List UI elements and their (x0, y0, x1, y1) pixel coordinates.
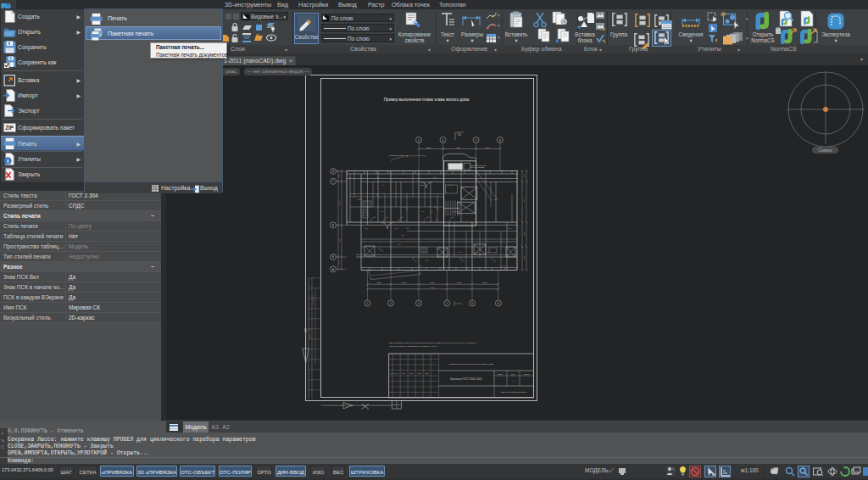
svg-text:750: 750 (376, 176, 379, 178)
svg-text:820: 820 (365, 227, 368, 229)
svg-text:5760: 5760 (338, 200, 340, 204)
svg-text:Изм: Изм (391, 372, 394, 374)
svg-text:экранов, которые оформлены на: экранов, которые оформлены на листах А3 … (389, 345, 437, 348)
svg-text:i: i (7, 158, 8, 165)
svg-text:Б: Б (332, 255, 334, 259)
svg-text:Север: Север (818, 148, 832, 153)
svg-text:1200: 1200 (448, 184, 452, 186)
svg-text:Листов: Листов (524, 373, 529, 375)
svg-text:Подп: Подп (418, 372, 421, 374)
svg-text:2750: 2750 (523, 255, 525, 260)
svg-text:3200: 3200 (377, 282, 382, 283)
svg-text:Подпись и дата: Подпись и дата (309, 327, 310, 339)
svg-text:1200: 1200 (475, 251, 478, 253)
svg-text:ООО Нанософт разработка: ООО Нанософт разработка (501, 391, 527, 393)
svg-text:4.080: 4.080 (455, 147, 460, 148)
svg-text:В: В (332, 224, 334, 227)
svg-text:1: 1 (512, 380, 514, 382)
svg-text:Данный файл позволяет продемон: Данный файл позволяет продемонстрировать… (389, 342, 476, 344)
svg-text:7: 7 (476, 139, 477, 142)
svg-text:820: 820 (381, 210, 383, 212)
svg-text:Кол.уч: Кол.уч (394, 372, 398, 374)
svg-text:8: 8 (498, 302, 499, 305)
svg-text:Пример выполнения плана этажа: Пример выполнения плана этажа жилого дом… (384, 98, 470, 102)
svg-text:Рамка для установки: Рамка для установки (470, 165, 487, 166)
svg-text:А: А (332, 268, 334, 271)
svg-text:3000: 3000 (485, 147, 490, 148)
svg-text:12.5: 12.5 (459, 251, 462, 253)
svg-text:2: 2 (390, 302, 392, 305)
svg-text:1200: 1200 (487, 251, 490, 253)
svg-text:3: 3 (418, 139, 420, 142)
svg-text:3.60: 3.60 (381, 184, 385, 186)
svg-text:5: 5 (447, 302, 448, 305)
svg-text:антенных изделий: антенных изделий (470, 166, 484, 168)
svg-text:900: 900 (338, 174, 340, 177)
svg-text:Д: Д (332, 170, 334, 173)
svg-text:Лист: Лист (402, 372, 405, 374)
svg-text:3400: 3400 (431, 282, 436, 283)
svg-text:3: 3 (418, 302, 420, 305)
svg-text:1200: 1200 (503, 265, 506, 266)
svg-text:Инв № подл.: Инв № подл. (312, 295, 314, 305)
svg-text:4: 4 (442, 139, 444, 142)
svg-text:12.5: 12.5 (401, 234, 404, 236)
svg-text:№док: №док (409, 372, 414, 374)
svg-text:3600: 3600 (403, 282, 408, 283)
svg-text:Дата: Дата (426, 372, 429, 374)
svg-text:1640: 1640 (338, 260, 340, 265)
svg-text:ZIP: ZIP (5, 125, 14, 131)
svg-text:2400: 2400 (357, 198, 360, 200)
svg-text:2900: 2900 (523, 232, 525, 236)
svg-text:820: 820 (419, 265, 421, 266)
svg-text:820: 820 (395, 227, 398, 229)
svg-text:Стадия: Стадия (498, 373, 503, 375)
svg-text:Пример выполнения плана этажа: Пример выполнения плана этажа жилого дом… (449, 363, 494, 366)
svg-text:1: 1 (367, 302, 369, 305)
svg-text:750: 750 (421, 210, 424, 212)
svg-text:8: 8 (499, 139, 501, 142)
svg-text:1500: 1500 (508, 227, 511, 229)
svg-text:7.00: 7.00 (457, 133, 462, 137)
svg-text:820: 820 (398, 243, 401, 245)
svg-text:900: 900 (523, 173, 525, 176)
svg-text:4380: 4380 (338, 238, 340, 243)
svg-text:Лист: Лист (511, 373, 515, 375)
svg-text:9480: 9480 (431, 287, 436, 288)
svg-text:6: 6 (471, 302, 473, 305)
svg-text:1500: 1500 (425, 260, 428, 261)
svg-text:Машинное помещ. (м): Машинное помещ. (м) (389, 154, 409, 156)
svg-text:12.5: 12.5 (406, 227, 409, 229)
svg-text:1200: 1200 (433, 176, 437, 178)
svg-text:1500: 1500 (435, 218, 438, 220)
svg-text:3600: 3600 (483, 282, 488, 283)
svg-text:1500: 1500 (453, 210, 456, 212)
svg-text:900: 900 (430, 210, 432, 212)
svg-text:820: 820 (493, 198, 496, 200)
svg-text:Чертеж по ГОСТ 21501–2011: Чертеж по ГОСТ 21501–2011 (450, 377, 482, 381)
svg-text:4800: 4800 (523, 198, 525, 203)
svg-text:3.60: 3.60 (420, 184, 423, 186)
svg-text:3000: 3000 (426, 147, 431, 148)
svg-text:3000: 3000 (458, 282, 463, 283)
svg-text:Г: Г (332, 180, 334, 183)
